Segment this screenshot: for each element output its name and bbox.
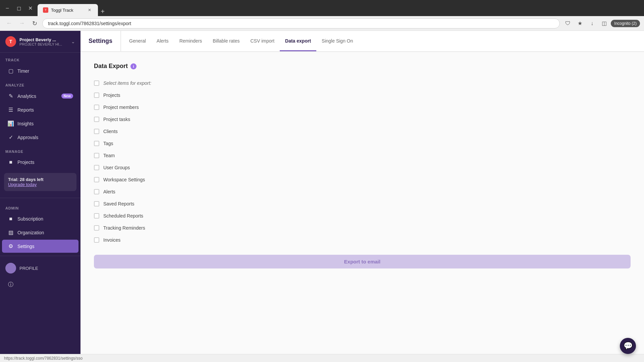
checkbox-saved-reports[interactable] [94,201,99,206]
approvals-icon: ✓ [7,134,14,140]
sidebar-item-analytics[interactable]: ✎ Analytics New [2,89,78,103]
sidebar-item-subscription-label: Subscription [17,216,73,222]
profile-label: PROFILE [19,266,38,271]
export-item-team: Team [94,150,631,161]
sidebar-item-help[interactable]: ⓘ [2,278,78,292]
split-screen-button[interactable]: ◫ [599,18,609,29]
export-to-email-button[interactable]: Export to email [94,255,631,268]
download-button[interactable]: ↓ [587,18,597,29]
checkbox-clients[interactable] [94,129,99,134]
export-item-tracking-reminders: Tracking Reminders [94,223,631,233]
bookmark-button[interactable]: ★ [575,18,585,29]
label-team: Team [103,153,115,158]
label-project-tasks: Project tasks [103,117,130,122]
analytics-new-badge: New [61,94,73,99]
export-item-scheduled-reports: Scheduled Reports [94,210,631,221]
status-bar-text: https://track.toggl.com/7862831/settings… [4,356,83,361]
label-workspace-settings: Workspace Settings [103,177,145,182]
sidebar-item-organization[interactable]: ▨ Organization [2,226,78,239]
export-item-tags: Tags [94,138,631,149]
export-item-user-groups: User Groups [94,162,631,173]
export-items: Select items for export: Projects Projec… [94,78,631,268]
checkbox-project-members[interactable] [94,105,99,110]
export-item-saved-reports: Saved Reports [94,198,631,209]
tab-single-sign-on[interactable]: Single Sign On [316,32,358,51]
trial-text: Trial: 28 days left [8,177,72,182]
status-bar: https://track.toggl.com/7862831/settings… [0,354,644,362]
incognito-badge[interactable]: Incognito (2) [611,20,640,27]
export-item-projects: Projects [94,90,631,101]
sidebar-divider [0,198,80,198]
checkbox-invoices[interactable] [94,237,99,243]
section-title-row: Data Export i [94,63,631,70]
active-tab[interactable]: T Toggl Track ✕ [38,4,98,16]
manage-section-label: MANAGE [0,144,80,156]
tab-alerts[interactable]: Alerts [151,32,174,51]
sidebar-item-timer[interactable]: ▢ Timer [2,64,78,77]
sidebar-item-insights-label: Insights [17,121,73,126]
workspace-info[interactable]: T Project Beverly ... PROJECT BEVERLY HI… [5,36,62,47]
back-button[interactable]: ← [4,18,14,28]
sidebar-item-projects[interactable]: ■ Projects [2,156,78,169]
workspace-logo: T [5,36,16,47]
subscription-icon: ■ [7,216,14,222]
settings-title: Settings [89,31,121,51]
label-clients: Clients [103,129,118,134]
export-item-clients: Clients [94,126,631,137]
checkbox-team[interactable] [94,153,99,158]
label-saved-reports: Saved Reports [103,201,135,206]
checkbox-workspace-settings[interactable] [94,177,99,182]
export-item-project-tasks: Project tasks [94,114,631,125]
sidebar-item-settings-label: Settings [17,244,73,249]
label-user-groups: User Groups [103,165,130,170]
settings-icon: ⚙ [7,243,14,249]
maximize-button[interactable]: ◻ [14,3,23,13]
checkbox-scheduled-reports[interactable] [94,213,99,219]
sidebar-item-settings[interactable]: ⚙ Settings [2,240,78,253]
tab-data-export[interactable]: Data export [280,32,316,51]
browser-controls: – ◻ ✕ [3,3,35,13]
checkbox-alerts[interactable] [94,189,99,194]
chat-bubble-icon: 💬 [624,342,633,350]
checkbox-user-groups[interactable] [94,165,99,170]
label-alerts: Alerts [103,189,115,194]
sidebar-item-insights[interactable]: 📊 Insights [2,117,78,130]
workspace-name: Project Beverly ... [19,37,62,42]
label-scheduled-reports: Scheduled Reports [103,213,143,219]
label-tracking-reminders: Tracking Reminders [103,225,145,231]
reload-button[interactable]: ↻ [30,18,40,28]
sidebar-header: T Project Beverly ... PROJECT BEVERLY HI… [0,31,80,53]
chat-bubble-button[interactable]: 💬 [620,338,636,354]
minimize-button[interactable]: – [3,3,12,13]
tab-csv-import[interactable]: CSV import [245,32,280,51]
checkbox-tracking-reminders[interactable] [94,225,99,231]
sidebar-item-approvals[interactable]: ✓ Approvals [2,131,78,144]
forward-button[interactable]: → [17,18,27,28]
address-bar-input[interactable] [42,18,560,28]
checkbox-projects[interactable] [94,93,99,98]
sidebar-item-subscription[interactable]: ■ Subscription [2,213,78,225]
browser-chrome: – ◻ ✕ T Toggl Track ✕ + [0,0,644,16]
extensions-button[interactable]: 🛡 [562,18,573,29]
address-bar-row: ← → ↻ 🛡 ★ ↓ ◫ Incognito (2) [0,16,644,31]
upgrade-link[interactable]: Upgrade today [8,182,72,187]
label-project-members: Project members [103,105,139,110]
tab-billable-rates[interactable]: Billable rates [207,32,245,51]
track-section-label: TRACK [0,53,80,64]
help-icon: ⓘ [7,281,14,288]
workspace-chevron-icon[interactable]: ⌄ [71,39,75,44]
checkbox-tags[interactable] [94,141,99,146]
tab-general[interactable]: General [124,32,151,51]
profile-section[interactable]: PROFILE [0,259,80,278]
export-item-workspace-settings: Workspace Settings [94,174,631,185]
info-icon[interactable]: i [130,63,137,69]
analyze-section-label: ANALYZE [0,78,80,89]
checkbox-project-tasks[interactable] [94,117,99,122]
tab-close-button[interactable]: ✕ [87,7,93,13]
close-button[interactable]: ✕ [25,3,35,13]
new-tab-button[interactable]: + [98,7,107,16]
tab-reminders[interactable]: Reminders [174,32,208,51]
sidebar-item-reports-label: Reports [17,107,73,113]
sidebar-item-reports[interactable]: ☰ Reports [2,103,78,116]
select-all-checkbox[interactable] [94,80,99,86]
